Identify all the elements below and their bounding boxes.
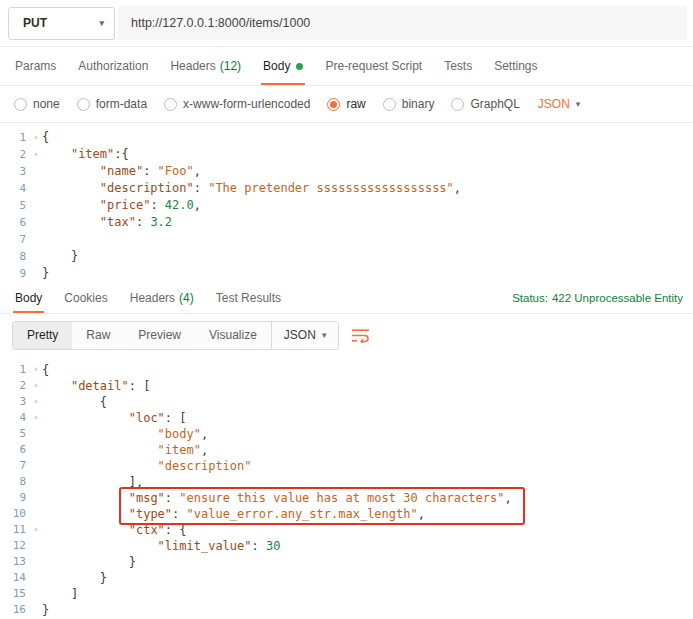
view-tab-preview[interactable]: Preview <box>124 322 195 349</box>
code-text: } <box>42 248 78 265</box>
line-number: 9 <box>0 265 30 282</box>
line-number: 14 <box>0 570 30 586</box>
response-toolbar: PrettyRawPreviewVisualize JSON ▾ <box>0 314 693 356</box>
radio-label: form-data <box>96 97 147 111</box>
line-number: 3 <box>0 394 30 410</box>
code-text: } <box>42 570 107 586</box>
fold-toggle-icon <box>30 214 42 231</box>
fold-toggle-icon[interactable]: ▾ <box>30 394 42 410</box>
code-line: 3 "name": "Foo", <box>0 163 693 180</box>
code-line: 1▾{ <box>0 362 693 378</box>
postman-request-window: PUT ▾ http://127.0.0.1:8000/items/1000 P… <box>0 0 693 619</box>
code-text: "loc": [ <box>42 410 187 426</box>
code-text: "item", <box>42 442 208 458</box>
request-tab-params[interactable]: Params <box>4 47 67 85</box>
tab-label: Headers <box>130 291 175 305</box>
view-tab-visualize[interactable]: Visualize <box>195 322 271 349</box>
line-number: 3 <box>0 163 30 180</box>
code-text: ] <box>42 586 78 602</box>
response-tab-body[interactable]: Body <box>4 283 53 313</box>
request-tab-pre-request-script[interactable]: Pre-request Script <box>314 47 433 85</box>
line-number: 2 <box>0 378 30 394</box>
request-tab-tests[interactable]: Tests <box>433 47 483 85</box>
body-mode-graphql[interactable]: GraphQL <box>451 97 519 111</box>
line-number: 1 <box>0 362 30 378</box>
request-tab-headers[interactable]: Headers(12) <box>159 47 252 85</box>
tab-label: Pre-request Script <box>325 59 422 73</box>
line-number: 1 <box>0 129 30 146</box>
body-mode-none[interactable]: none <box>14 97 60 111</box>
response-language-select[interactable]: JSON ▾ <box>272 322 339 349</box>
wrap-text-icon <box>351 328 370 343</box>
code-line: 7 "description" <box>0 458 693 474</box>
tab-label: Authorization <box>78 59 148 73</box>
request-tabs: ParamsAuthorizationHeaders(12)BodyPre-re… <box>4 47 689 85</box>
fold-toggle-icon[interactable]: ▾ <box>30 522 42 538</box>
tab-label: Body <box>263 59 290 73</box>
code-line: 5 "price": 42.0, <box>0 197 693 214</box>
fold-toggle-icon <box>30 586 42 602</box>
code-line: 2▾ "item":{ <box>0 146 693 163</box>
code-text: "limit_value": 30 <box>42 538 280 554</box>
code-text: "body", <box>42 426 208 442</box>
code-line: 4▾ "loc": [ <box>0 410 693 426</box>
tab-label: Test Results <box>216 291 281 305</box>
url-input[interactable]: http://127.0.0.1:8000/items/1000 <box>118 6 687 40</box>
language-label: JSON <box>284 328 316 342</box>
body-mode-raw[interactable]: raw <box>327 97 365 111</box>
request-tab-settings[interactable]: Settings <box>483 47 548 85</box>
radio-label: x-www-form-urlencoded <box>183 97 310 111</box>
fold-toggle-icon[interactable]: ▾ <box>30 410 42 426</box>
code-line: 3▾ { <box>0 394 693 410</box>
line-number: 5 <box>0 197 30 214</box>
request-tab-body[interactable]: Body <box>252 47 314 85</box>
code-text: "msg": "ensure this value has at most 30… <box>42 490 512 506</box>
fold-toggle-icon[interactable]: ▾ <box>30 362 42 378</box>
fold-toggle-icon[interactable]: ▾ <box>30 146 42 163</box>
radio-icon <box>164 98 177 111</box>
line-number: 9 <box>0 490 30 506</box>
body-mode-x-www-form-urlencoded[interactable]: x-www-form-urlencoded <box>164 97 310 111</box>
view-tab-pretty[interactable]: Pretty <box>13 322 72 349</box>
tab-label: Headers <box>170 59 215 73</box>
radio-label: raw <box>346 97 365 111</box>
response-body-editor[interactable]: 1▾{2▾ "detail": [3▾ {4▾ "loc": [5 "body"… <box>0 356 693 619</box>
body-mode-form-data[interactable]: form-data <box>77 97 147 111</box>
response-tab-headers[interactable]: Headers(4) <box>119 283 205 313</box>
tab-label: Settings <box>494 59 537 73</box>
fold-toggle-icon <box>30 570 42 586</box>
fold-toggle-icon[interactable]: ▾ <box>30 378 42 394</box>
body-mode-binary[interactable]: binary <box>383 97 435 111</box>
body-mode-list: noneform-datax-www-form-urlencodedrawbin… <box>14 97 520 111</box>
url-bar: PUT ▾ http://127.0.0.1:8000/items/1000 <box>0 0 693 47</box>
line-number: 16 <box>0 602 30 618</box>
chevron-down-icon: ▾ <box>576 99 581 109</box>
code-text: } <box>42 265 49 282</box>
request-language-select[interactable]: JSON ▾ <box>538 97 581 111</box>
wrap-text-button[interactable] <box>351 328 370 343</box>
fold-toggle-icon <box>30 265 42 282</box>
response-header: BodyCookiesHeaders(4)Test Results Status… <box>0 283 693 314</box>
fold-toggle-icon <box>30 248 42 265</box>
line-number: 2 <box>0 146 30 163</box>
request-tab-authorization[interactable]: Authorization <box>67 47 159 85</box>
tab-label: Tests <box>444 59 472 73</box>
request-tabs-row: ParamsAuthorizationHeaders(12)BodyPre-re… <box>0 47 693 86</box>
chevron-down-icon: ▾ <box>322 330 327 340</box>
code-text: { <box>42 394 107 410</box>
request-body-editor[interactable]: 1▾{2▾ "item":{3 "name": "Foo",4 "descrip… <box>0 123 693 283</box>
tab-label: Cookies <box>64 291 107 305</box>
method-select[interactable]: PUT ▾ <box>8 7 115 40</box>
line-number: 13 <box>0 554 30 570</box>
fold-toggle-icon <box>30 538 42 554</box>
response-tab-cookies[interactable]: Cookies <box>53 283 118 313</box>
view-tab-raw[interactable]: Raw <box>72 322 124 349</box>
code-text: ], <box>42 474 143 490</box>
radio-label: GraphQL <box>470 97 519 111</box>
fold-toggle-icon[interactable]: ▾ <box>30 129 42 146</box>
code-text: "item":{ <box>42 146 129 163</box>
body-mode-row: noneform-datax-www-form-urlencodedrawbin… <box>0 86 693 123</box>
response-tab-test-results[interactable]: Test Results <box>205 283 292 313</box>
method-label: PUT <box>23 16 47 30</box>
code-text: "type": "value_error.any_str.max_length"… <box>42 506 425 522</box>
